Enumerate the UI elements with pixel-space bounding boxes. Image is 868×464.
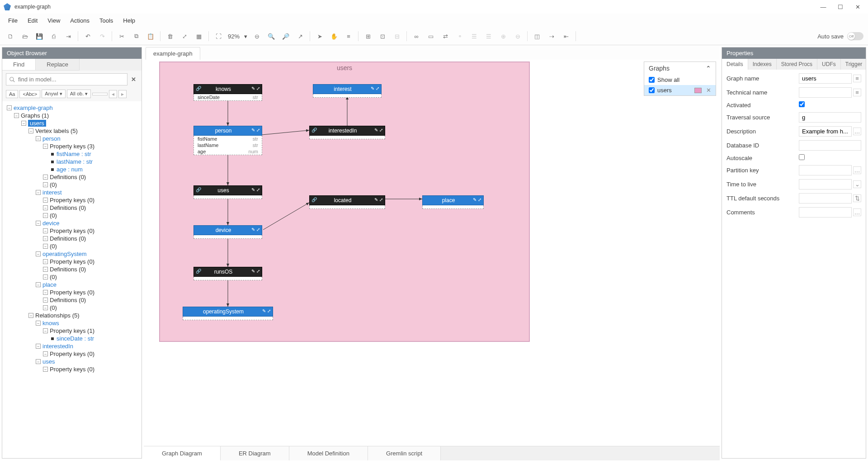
zoom-reset-icon[interactable]: 🔍 xyxy=(265,30,277,42)
move-icon[interactable]: ⤢ xyxy=(179,30,190,42)
node-person[interactable]: person✎ ⤢ fistNamestr lastNamestr agenum xyxy=(193,126,262,155)
print-icon[interactable]: ⎙ xyxy=(48,30,60,42)
tree-root[interactable]: example-graph xyxy=(14,104,53,111)
graph-users-checkbox[interactable] xyxy=(649,87,655,93)
center-tab-example[interactable]: example-graph xyxy=(146,47,200,60)
pointer-icon[interactable]: ➤ xyxy=(314,30,326,42)
expand-icon[interactable]: ↗ xyxy=(294,30,306,42)
maximize-button[interactable]: ☐ xyxy=(837,4,844,10)
chevron-down-icon[interactable]: ⌄ xyxy=(853,180,861,188)
tab-find[interactable]: Find xyxy=(2,59,36,71)
select-all-icon[interactable]: ▦ xyxy=(193,30,205,42)
align-icon[interactable]: ≡ xyxy=(343,30,354,42)
filter-extra[interactable] xyxy=(92,93,108,95)
node-interest[interactable]: interest✎ ⤢ xyxy=(313,84,382,98)
node-runsos[interactable]: 🔗runsOS✎ ⤢ xyxy=(193,267,262,280)
tree-os[interactable]: operatingSystem xyxy=(42,251,87,257)
redo-icon[interactable]: ↷ xyxy=(96,30,108,42)
new-file-icon[interactable]: 🗋 xyxy=(5,30,16,42)
filter-objects[interactable]: All ob. ▾ xyxy=(67,90,91,98)
prev-match-icon[interactable]: ◂ xyxy=(109,90,117,98)
node-device[interactable]: device✎ ⤢ xyxy=(193,225,262,239)
remove-graph-icon[interactable]: ✕ xyxy=(706,87,711,94)
zoom-dropdown-icon[interactable]: ▾ xyxy=(243,33,248,40)
plus-icon[interactable]: ⊕ xyxy=(497,30,509,42)
node-place[interactable]: place✎ ⤢ xyxy=(422,195,484,209)
cut-icon[interactable]: ✂ xyxy=(116,30,127,42)
menu-view[interactable]: View xyxy=(43,15,65,26)
tree-users[interactable]: users xyxy=(28,120,46,127)
hand-icon[interactable]: ✋ xyxy=(328,30,340,42)
delete-icon[interactable]: 🗑 xyxy=(164,30,176,42)
zoom-out-icon[interactable]: ⊖ xyxy=(251,30,263,42)
list2-icon[interactable]: ☰ xyxy=(483,30,495,42)
tab-gremlin-script[interactable]: Gremlin script xyxy=(368,446,441,460)
graph-name-input[interactable] xyxy=(799,73,852,84)
databaseid-input[interactable] xyxy=(799,140,861,151)
activated-checkbox[interactable] xyxy=(799,101,805,107)
open-folder-icon[interactable]: 🗁 xyxy=(19,30,31,42)
node-located[interactable]: 🔗located✎ ⤢ xyxy=(309,195,385,209)
object-tree[interactable]: −example-graph −Graphs (1) −users −Verte… xyxy=(2,101,142,458)
prop-tab-udfs[interactable]: UDFs xyxy=(817,59,841,70)
tree-person[interactable]: person xyxy=(42,135,61,142)
tree-relationships[interactable]: Relationships (5) xyxy=(35,312,80,319)
tab-er-diagram[interactable]: ER Diagram xyxy=(221,446,289,460)
relation-icon[interactable]: ⇄ xyxy=(439,30,451,42)
partition-input[interactable] xyxy=(799,165,852,175)
list1-icon[interactable]: ☰ xyxy=(468,30,480,42)
clear-search-icon[interactable]: ✕ xyxy=(129,76,138,83)
link-icon[interactable]: ∞ xyxy=(410,30,422,42)
add-container-icon[interactable]: ⊞ xyxy=(362,30,374,42)
technical-name-input[interactable] xyxy=(799,87,852,98)
collapse-icon[interactable]: ⇤ xyxy=(560,30,572,42)
menu-help[interactable]: Help xyxy=(118,15,140,26)
prop-tab-indexes[interactable]: Indexes xyxy=(748,59,777,70)
filter-case[interactable]: Aa xyxy=(6,90,18,98)
graph-icon[interactable]: ⇢ xyxy=(546,30,557,42)
tree-vertex-labels[interactable]: Vertex labels (5) xyxy=(35,128,78,134)
tree-interest[interactable]: interest xyxy=(42,189,62,196)
description-input[interactable] xyxy=(799,126,852,137)
ttlsec-input[interactable] xyxy=(799,193,852,204)
ttl-input[interactable] xyxy=(799,179,852,189)
collapse-icon[interactable]: ⌃ xyxy=(706,65,711,72)
add-entity-icon[interactable]: ⊡ xyxy=(377,30,388,42)
filter-regex[interactable]: <Abc> xyxy=(19,90,40,98)
minus-icon[interactable]: ⊖ xyxy=(512,30,524,42)
filter-scope[interactable]: Anywl ▾ xyxy=(42,90,65,98)
menu-file[interactable]: File xyxy=(4,15,22,26)
add-view-icon[interactable]: ⊟ xyxy=(391,30,403,42)
copy-icon[interactable]: ⧉ xyxy=(130,30,142,42)
save-icon[interactable]: 💾 xyxy=(33,30,45,42)
undo-icon[interactable]: ↶ xyxy=(82,30,94,42)
menu-tools[interactable]: Tools xyxy=(95,15,118,26)
fit-icon[interactable]: ⛶ xyxy=(212,30,224,42)
tab-model-definition[interactable]: Model Definition xyxy=(289,446,368,460)
search-input[interactable] xyxy=(6,73,127,85)
zoom-in-icon[interactable]: 🔎 xyxy=(280,30,292,42)
traversal-input[interactable] xyxy=(799,112,861,123)
note-icon[interactable]: ▭ xyxy=(425,30,437,42)
close-button[interactable]: ✕ xyxy=(854,4,861,10)
tab-graph-diagram[interactable]: Graph Diagram xyxy=(144,446,221,460)
next-match-icon[interactable]: ▸ xyxy=(118,90,127,98)
prop-tab-trigger[interactable]: Trigger xyxy=(841,59,866,70)
canvas[interactable]: users 🔗knows✎ ⤢ sinceDatestr xyxy=(159,62,530,342)
node-interestedin[interactable]: 🔗interestedIn✎ ⤢ xyxy=(309,126,385,139)
tree-graphs[interactable]: Graphs (1) xyxy=(21,112,49,119)
tab-replace[interactable]: Replace xyxy=(36,59,80,71)
more-icon[interactable]: ≡ xyxy=(853,75,861,82)
paste-icon[interactable]: 📋 xyxy=(145,30,156,42)
menu-actions[interactable]: Actions xyxy=(66,15,94,26)
comments-input[interactable] xyxy=(799,207,852,218)
autosave-toggle[interactable]: Off xyxy=(847,32,863,40)
autoscale-checkbox[interactable] xyxy=(799,154,805,160)
node-uses[interactable]: 🔗uses✎ ⤢ xyxy=(193,185,262,199)
tree-place[interactable]: place xyxy=(42,281,57,288)
canvas-wrap[interactable]: users 🔗knows✎ ⤢ sinceDatestr xyxy=(144,60,720,446)
menu-edit[interactable]: Edit xyxy=(23,15,42,26)
stepper-icon[interactable]: ⇅ xyxy=(853,194,861,202)
show-all-checkbox[interactable] xyxy=(649,77,655,83)
prop-tab-details[interactable]: Details xyxy=(722,59,748,70)
